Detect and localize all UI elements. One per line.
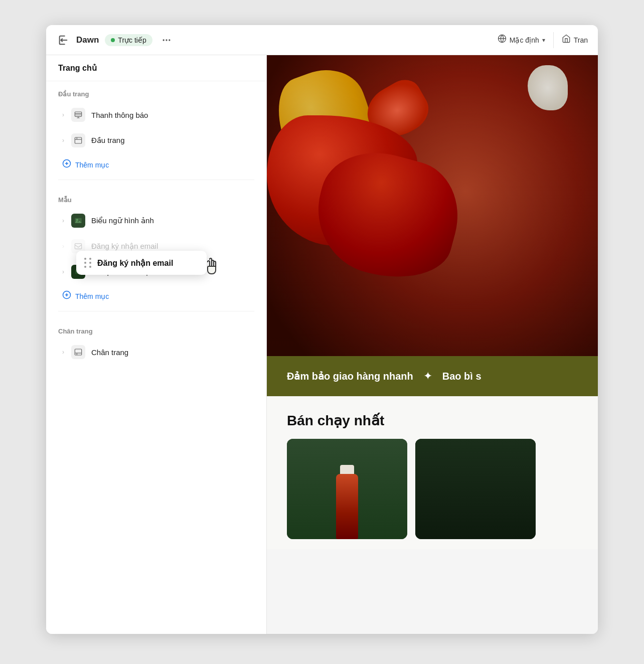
section-label-chan-trang: Chân trang	[46, 318, 266, 339]
status-label: Trực tiếp	[118, 36, 146, 44]
product-card-2	[415, 439, 536, 539]
language-selector[interactable]: Mặc định ▾	[498, 34, 545, 46]
drag-dot	[89, 262, 91, 264]
svg-rect-7	[75, 137, 81, 143]
drag-handle[interactable]	[84, 258, 92, 268]
sidebar-item-thanh-thong-bao[interactable]: › Thanh thông báo	[50, 102, 262, 127]
products-row	[287, 439, 578, 539]
item-icon-chan-trang	[71, 345, 85, 359]
sidebar-item-dau-trang[interactable]: › Đầu trang	[50, 128, 262, 153]
top-bar-left: Dawn Trực tiếp	[56, 32, 492, 48]
section-chan-trang: Chân trang › Chân trang	[46, 318, 266, 368]
sidebar-item-label: Biểu ngữ hình ảnh	[91, 216, 250, 225]
sidebar-top-title: Trang chủ	[46, 55, 266, 81]
item-icon-dau-trang	[71, 133, 85, 147]
svg-rect-23	[75, 349, 81, 355]
top-bar-right: Mặc định ▾ Tran	[498, 32, 588, 48]
add-item-label: Thêm mục	[75, 161, 109, 169]
drag-dot	[89, 258, 91, 260]
add-item-btn-dau-trang[interactable]: Thêm mục	[50, 154, 262, 176]
add-item-label: Thêm mục	[75, 292, 109, 300]
item-icon-thanh-thong-bao	[71, 108, 85, 122]
svg-point-0	[163, 39, 164, 41]
section-label-mau: Mẫu	[46, 187, 266, 208]
preview-hero: Đảm bảo giao hàng nhanh ✦ Bao bì s	[267, 55, 598, 396]
sidebar-item-chan-trang[interactable]: › Chân trang	[50, 340, 262, 365]
bestsellers-title: Bán chạy nhất	[287, 412, 578, 429]
language-label: Mặc định	[510, 36, 539, 44]
dark-overlay	[267, 55, 598, 396]
svg-point-2	[169, 39, 170, 41]
more-button[interactable]	[158, 32, 175, 48]
site-name: Dawn	[76, 35, 99, 45]
sidebar: Trang chủ Đầu trang › Thanh thông báo	[46, 55, 267, 634]
chevron-icon: ›	[62, 217, 64, 224]
main-area: Trang chủ Đầu trang › Thanh thông báo	[46, 55, 598, 634]
divider	[553, 32, 554, 48]
drag-dot	[84, 262, 86, 264]
section-label-dau-trang: Đầu trang	[46, 81, 266, 102]
add-circle-icon	[62, 290, 71, 302]
banner-strip: Đảm bảo giao hàng nhanh ✦ Bao bì s	[267, 356, 598, 396]
item-icon-bieu-ngu	[71, 214, 85, 228]
chevron-down-icon: ▾	[542, 37, 545, 44]
floating-email-label[interactable]: Đăng ký nhận email	[76, 251, 207, 275]
svg-rect-16	[75, 244, 81, 249]
floating-label-text: Đăng ký nhận email	[97, 258, 173, 268]
drag-dot	[89, 266, 91, 268]
chevron-icon: ›	[62, 137, 64, 144]
bestsellers-section: Bán chạy nhất	[267, 396, 598, 549]
hand-cursor-icon	[203, 257, 219, 279]
chevron-icon: ›	[62, 268, 64, 275]
drag-dot	[84, 266, 86, 268]
add-item-btn-mau[interactable]: Thêm mục	[50, 285, 262, 307]
svg-rect-4	[75, 112, 81, 116]
svg-point-1	[166, 39, 167, 41]
drag-dot	[84, 258, 86, 260]
globe-icon	[498, 34, 507, 46]
banner-text-2: Bao bì s	[442, 371, 481, 382]
star-icon: ✦	[423, 370, 432, 383]
sidebar-item-label: Chân trang	[91, 348, 250, 357]
divider-1	[58, 180, 254, 180]
product-card-1	[287, 439, 407, 539]
chevron-icon: ›	[62, 111, 64, 118]
divider-2	[58, 311, 254, 311]
home-icon	[562, 34, 571, 46]
section-dau-trang: Đầu trang › Thanh thông báo ›	[46, 81, 266, 187]
chevron-icon: ›	[62, 349, 64, 356]
sidebar-item-label: Đăng ký nhận email	[91, 242, 250, 251]
back-button[interactable]	[56, 33, 70, 47]
preview-area: Đảm bảo giao hàng nhanh ✦ Bao bì s Bán c…	[267, 55, 598, 634]
status-dot	[111, 38, 115, 42]
banner-text-1: Đảm bảo giao hàng nhanh	[287, 370, 413, 382]
sidebar-item-label: Thanh thông báo	[91, 111, 250, 119]
svg-point-15	[76, 219, 79, 221]
add-circle-icon	[62, 159, 71, 171]
top-bar: Dawn Trực tiếp Mặc định ▾	[46, 25, 598, 55]
chevron-icon: ›	[62, 243, 64, 250]
sidebar-item-bieu-ngu[interactable]: › Biểu ngữ hình ảnh	[50, 208, 262, 233]
status-badge: Trực tiếp	[105, 34, 152, 46]
bottle-cap	[340, 465, 354, 474]
home-label: Tran	[574, 36, 588, 44]
bottle-body	[336, 474, 358, 539]
sidebar-item-label: Đầu trang	[91, 136, 250, 145]
hero-background	[267, 55, 598, 396]
home-section[interactable]: Tran	[562, 34, 588, 46]
